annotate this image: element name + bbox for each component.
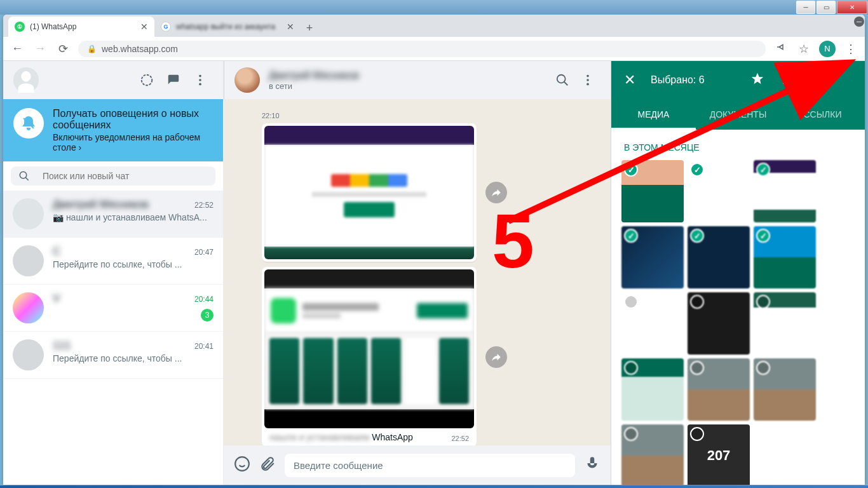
forward-icon[interactable] [485,182,507,203]
my-avatar[interactable] [13,67,39,93]
google-favicon: G [161,22,171,32]
selected-count: Выбрано: 6 [651,74,735,86]
svg-point-4 [199,83,201,86]
media-thumb[interactable] [754,292,816,355]
caption-blurred: нашли и устанавливаем [269,432,369,442]
address-bar: ← → ⟳ 🔒 web.whatsapp.com ☆ N ⋮ [3,37,865,61]
chat-time: 20:44 [194,295,214,304]
mic-icon[interactable] [584,456,600,475]
media-thumb[interactable] [688,226,750,288]
bell-off-icon [13,108,44,139]
tab-google-search[interactable]: G whatsapp выйти из аккаунта ✕ [154,17,301,37]
back-button[interactable]: ← [10,42,25,55]
chat-time: 22:52 [194,201,214,210]
browser-window: ① (1) WhatsApp ✕ G whatsapp выйти из акк… [3,15,865,485]
close-tab-icon[interactable]: ✕ [140,22,148,32]
unread-badge: 3 [201,309,214,322]
search-in-chat-icon[interactable] [550,67,575,93]
media-thumb[interactable] [621,226,684,288]
media-thumb[interactable] [754,160,816,222]
forward-icon[interactable] [809,72,823,88]
composer: Введите сообщение [224,445,611,485]
menu-icon[interactable] [187,67,213,93]
media-thumb[interactable] [621,160,684,222]
media-header: ✕ Выбрано: 6 [611,61,865,99]
lock-icon: 🔒 [87,44,97,53]
tab-title: whatsapp выйти из аккаунта [176,22,281,31]
share-icon[interactable] [773,41,789,56]
chat-name: V [53,292,60,305]
media-thumb[interactable] [621,292,684,355]
close-window-button[interactable]: ✕ [837,1,867,14]
chat-time: 20:41 [194,342,214,351]
media-thumb[interactable]: 207 [688,424,750,485]
message-image[interactable]: нашли и устанавливаем WhatsApp 22:52 [262,267,477,445]
media-panel: ✕ Выбрано: 6 МЕДИА ДОКУМЕНТЫ ССЫЛКИ В ЭТ… [611,61,865,485]
star-icon[interactable] [750,72,764,88]
media-thumb[interactable] [621,424,684,485]
notification-title: Получать оповещения о новых сообщениях [53,108,213,131]
notification-subtitle: Включить уведомления на рабочем столе › [53,132,213,152]
tab-links[interactable]: ССЫЛКИ [780,99,865,130]
media-thumb[interactable] [754,226,816,288]
message-input[interactable]: Введите сообщение [285,454,575,477]
svg-point-10 [235,457,249,471]
media-body: В ЭТОМ МЕСЯЦЕ 207 [611,130,865,485]
chat-item[interactable]: C20:47 Перейдите по ссылке, чтобы ... [3,238,223,285]
media-thumb[interactable] [754,358,816,421]
media-thumb[interactable] [621,358,684,421]
search-box[interactable] [11,166,215,186]
chat-list: Дмитрий Мясников22:52 📷 нашли и устанавл… [3,191,223,485]
svg-point-6 [557,75,566,83]
svg-point-3 [199,79,201,81]
tab-whatsapp[interactable]: ① (1) WhatsApp ✕ [8,17,154,37]
chat-pane: Дмитрий Мясников в сети 22:10 [224,61,611,485]
chat-avatar [13,245,44,276]
window-titlebar: ─ ▭ ✕ [0,0,868,15]
attach-icon[interactable] [259,456,276,475]
delete-icon[interactable] [780,72,794,88]
url-input[interactable]: 🔒 web.whatsapp.com [78,41,766,57]
reload-button[interactable]: ⟳ [55,42,71,56]
chat-item[interactable]: 11120:41 Перейдите по ссылке, чтобы ... [3,332,223,379]
chat-avatar [13,339,44,370]
new-tab-button[interactable]: + [301,19,318,37]
minimize-button[interactable]: ─ [796,1,815,14]
media-thumb[interactable] [688,292,750,355]
forward-button[interactable]: → [32,42,48,55]
forward-icon[interactable] [485,346,507,368]
chat-item[interactable]: V20:44 3 [3,285,223,332]
download-icon[interactable] [838,72,852,88]
thumb-label: 207 [707,447,731,464]
search-input[interactable] [43,171,208,181]
bookmark-icon[interactable]: ☆ [796,42,811,56]
browser-menu-icon[interactable]: ⋮ [843,42,858,56]
emoji-icon[interactable] [234,456,250,475]
browser-minimize[interactable]: ─ [854,17,864,27]
contact-avatar[interactable] [234,67,260,93]
new-chat-icon[interactable] [161,67,186,93]
media-thumb[interactable] [688,160,750,222]
close-tab-icon[interactable]: ✕ [287,22,294,32]
search-container [3,161,223,191]
close-panel-icon[interactable]: ✕ [624,72,635,88]
notification-banner[interactable]: Получать оповещения о новых сообщениях В… [3,99,223,161]
whatsapp-app: Получать оповещения о новых сообщениях В… [3,61,865,485]
profile-avatar[interactable]: N [819,41,836,57]
chat-name: Дмитрий Мясников [53,198,149,211]
tab-title: (1) WhatsApp [30,22,135,31]
tab-documents[interactable]: ДОКУМЕНТЫ [696,99,780,130]
maximize-button[interactable]: ▭ [817,1,836,14]
chat-item[interactable]: Дмитрий Мясников22:52 📷 нашли и устанавл… [3,191,223,238]
chat-name: 111 [53,339,71,352]
tab-media[interactable]: МЕДИА [611,99,696,130]
message-time: 22:10 [262,112,280,119]
svg-point-7 [587,75,589,78]
media-grid: 207 [618,160,858,485]
media-thumb[interactable] [688,358,750,421]
message-image[interactable] [262,123,477,262]
chat-menu-icon[interactable] [575,67,600,93]
taskbar [0,485,868,488]
status-icon[interactable] [134,67,159,93]
chat-avatar [13,292,44,323]
